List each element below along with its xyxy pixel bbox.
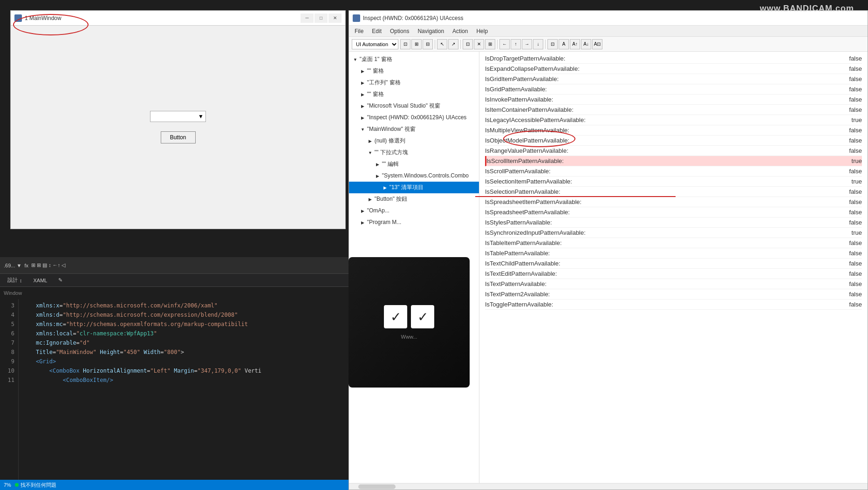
- wpf-button[interactable]: Button: [161, 131, 196, 143]
- tab-xaml-label: XAML: [34, 278, 48, 283]
- menu-help[interactable]: Help: [472, 27, 492, 35]
- wpf-maximize-button[interactable]: □: [314, 14, 328, 23]
- prop-value: false: [834, 65, 862, 72]
- expand-icon: ▶: [360, 218, 365, 227]
- inspect-app-icon: [353, 14, 360, 22]
- wpf-app-icon: [14, 14, 22, 22]
- toolbar-action-5[interactable]: A⊡: [592, 39, 602, 49]
- toolbar-btn-3[interactable]: ⊟: [423, 39, 433, 49]
- wpf-close-button[interactable]: ✕: [328, 14, 342, 23]
- tooltip-check2-icon: ✓: [411, 305, 434, 328]
- prop-name: IsTextPattern2Available:: [485, 291, 834, 298]
- toolbar-btn-5[interactable]: ⊡: [463, 39, 473, 49]
- tree-item-mainwindow[interactable]: ▼ "MainWindow" 視窗: [349, 123, 479, 135]
- toolbar-btn-7[interactable]: ⊞: [485, 39, 495, 49]
- tab-xaml[interactable]: XAML: [30, 277, 51, 284]
- toolbar-action-1[interactable]: ⊡: [547, 39, 558, 49]
- prop-row-drop-target: IsDropTargetPatternAvailable: false: [485, 54, 862, 64]
- code-toolbar: .69... ▼ fx ⊞ ⊞ ▤ ↕ ←↑ ◁: [0, 257, 349, 274]
- menu-action[interactable]: Action: [449, 27, 472, 35]
- toolbar-btn-2[interactable]: ⊞: [411, 39, 422, 49]
- tree-item-label: "桌面 1" 窗格: [360, 56, 392, 62]
- line-num: 5: [0, 320, 14, 329]
- expand-icon: ▶: [360, 78, 365, 88]
- menu-options[interactable]: Options: [386, 27, 413, 35]
- toolbar-icons: ⊞ ⊞ ▤ ↕ ←↑ ◁: [31, 262, 65, 268]
- prop-name: IsGridItemPatternAvailable:: [485, 75, 834, 82]
- tab-edit[interactable]: ✎: [55, 276, 66, 284]
- menu-edit[interactable]: Edit: [368, 27, 385, 35]
- expand-icon: ▶: [360, 90, 365, 99]
- toolbar-nav-1[interactable]: ←: [499, 39, 510, 49]
- toolbar-action-3[interactable]: A↑: [570, 39, 580, 49]
- line-num: 10: [0, 366, 14, 375]
- prop-value: false: [834, 147, 862, 154]
- line-num: 9: [0, 357, 14, 366]
- tree-item-label: "Program M...: [367, 219, 402, 225]
- tree-item-combobox[interactable]: ▼ "" 下拉式方塊: [349, 147, 479, 158]
- toolbar-sep-1: [435, 40, 435, 49]
- prop-value: false: [834, 250, 862, 257]
- automation-type-dropdown[interactable]: UI Automation: [352, 39, 398, 49]
- tab-design[interactable]: 設計 ↕: [4, 276, 26, 285]
- tree-item-taskbar[interactable]: ▶ "工作列" 窗格: [349, 77, 479, 88]
- tree-item-pane1[interactable]: ▶ "" 窗格: [349, 65, 479, 77]
- prop-row-legacy: IsLegacyIAccessiblePatternAvailable: tru…: [485, 115, 862, 125]
- toolbar-btn-4[interactable]: ↗: [448, 39, 458, 49]
- line-num: 8: [0, 347, 14, 357]
- tree-item-desktop[interactable]: ▼ "桌面 1" 窗格: [349, 54, 479, 65]
- toolbar-nav-2[interactable]: ↑: [511, 39, 521, 49]
- prop-value: false: [834, 127, 862, 134]
- toolbar-nav-3[interactable]: →: [522, 39, 532, 49]
- inspect-scrollbar[interactable]: [349, 483, 868, 490]
- prop-row-scroll-item: IsScrollItemPatternAvailable: true: [485, 156, 862, 166]
- menu-navigation[interactable]: Navigation: [414, 27, 448, 35]
- code-line-11: <ComboBoxItem/>: [22, 375, 346, 385]
- tree-item-combobox-class[interactable]: ▶ "System.Windows.Controls.Combo: [349, 170, 479, 182]
- line-num: 6: [0, 329, 14, 338]
- expand-icon: ▼: [352, 55, 358, 64]
- code-line-5: xmlns:mc="http://schemas.openxmlformats.…: [22, 320, 346, 329]
- prop-name: IsStylesPatternAvailable:: [485, 219, 834, 226]
- toolbar-btn-cursor[interactable]: ↖: [437, 39, 447, 49]
- prop-value: false: [834, 260, 862, 267]
- expand-icon: ▶: [360, 102, 365, 111]
- prop-name: IsSelectionPatternAvailable:: [485, 188, 834, 195]
- wpf-minimize-button[interactable]: ─: [301, 14, 314, 23]
- prop-value: false: [834, 209, 862, 216]
- tree-item-program[interactable]: ▶ "Program M...: [349, 217, 479, 228]
- scrollbar-thumb[interactable]: [358, 484, 396, 489]
- prop-name: IsInvokePatternAvailable:: [485, 96, 834, 103]
- prop-row-styles: IsStylesPatternAvailable: false: [485, 218, 862, 228]
- props-panel: IsDropTargetPatternAvailable: false IsEx…: [479, 52, 868, 483]
- prop-name: IsGridPatternAvailable:: [485, 86, 834, 93]
- menu-file[interactable]: File: [351, 27, 367, 35]
- wpf-content: ▼ Button: [11, 26, 345, 229]
- wpf-combobox[interactable]: ▼: [150, 111, 206, 122]
- toolbar-btn-1[interactable]: ⊡: [400, 39, 410, 49]
- line-num: 3: [0, 301, 14, 310]
- tree-item-menubar[interactable]: ▶ (null) 條選列: [349, 135, 479, 147]
- tree-item-edit[interactable]: ▶ "" 編輯: [349, 158, 479, 170]
- prop-value: false: [834, 188, 862, 195]
- toolbar-nav-4[interactable]: ↓: [533, 39, 543, 49]
- prop-row-grid: IsGridPatternAvailable: false: [485, 84, 862, 95]
- inspect-menubar: File Edit Options Navigation Action Help: [349, 26, 868, 37]
- expand-icon: ▶: [360, 206, 365, 216]
- toolbar-fx: fx: [24, 263, 28, 268]
- toolbar-action-2[interactable]: A: [559, 39, 569, 49]
- prop-name: IsSelectionItemPatternAvailable:: [485, 178, 834, 185]
- tooltip-check-icon: ✓: [384, 305, 407, 328]
- tree-item-label: "" 下拉式方塊: [375, 149, 408, 156]
- percent-label: 7%: [4, 482, 11, 488]
- tree-item-listitem-13[interactable]: ▶ "13" 清單項目: [349, 182, 479, 193]
- tree-item-vs[interactable]: ▶ "Microsoft Visual Studio" 視窗: [349, 100, 479, 112]
- tree-item-pane2[interactable]: ▶ "" 窗格: [349, 88, 479, 100]
- toolbar-action-4[interactable]: A↓: [581, 39, 591, 49]
- tree-item-omap[interactable]: ▶ "OmAp...: [349, 205, 479, 217]
- tree-item-button[interactable]: ▶ "Button" 按鈕: [349, 193, 479, 205]
- wpf-window-controls: ─ □ ✕: [301, 14, 342, 23]
- toolbar-btn-6[interactable]: ✕: [474, 39, 484, 49]
- expand-icon: ▶: [360, 113, 365, 122]
- tree-item-inspect[interactable]: ▶ "Inspect (HWND: 0x0066129A) UIAcces: [349, 112, 479, 123]
